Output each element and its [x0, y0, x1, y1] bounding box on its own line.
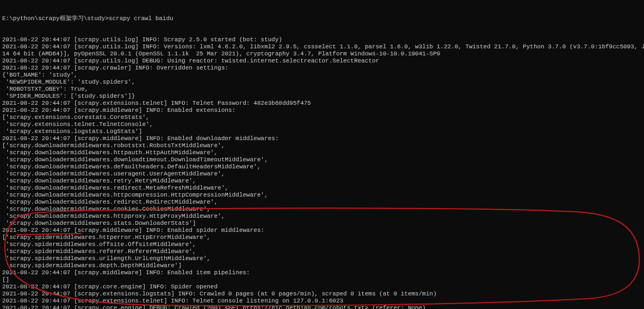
log-line: 'scrapy.spidermiddlewares.offsite.Offsit…	[2, 241, 642, 248]
log-line: 2021-08-22 20:44:07 [scrapy.middleware] …	[2, 269, 642, 276]
log-line: 'scrapy.downloadermiddlewares.downloadti…	[2, 156, 642, 163]
log-line: 14 64 bit (AMD64)], pyOpenSSL 20.0.1 (Op…	[2, 51, 642, 58]
log-line: 'SPIDER_MODULES': ['study.spiders']}	[2, 93, 642, 100]
log-line: 'scrapy.downloadermiddlewares.httpproxy.…	[2, 213, 642, 220]
log-line: 2021-08-22 20:44:07 [scrapy.extensions.t…	[2, 100, 642, 107]
log-line: 2021-08-22 20:44:07 [scrapy.utils.log] I…	[2, 36, 642, 43]
log-line: 'scrapy.downloadermiddlewares.stats.Down…	[2, 220, 642, 227]
log-line: 2021-08-22 20:44:07 [scrapy.utils.log] D…	[2, 58, 642, 65]
log-line: 'scrapy.spidermiddlewares.depth.DepthMid…	[2, 262, 642, 269]
log-line: 'scrapy.downloadermiddlewares.redirect.R…	[2, 199, 642, 206]
log-line: 'scrapy.extensions.logstats.LogStats']	[2, 128, 642, 135]
log-line: {'BOT_NAME': 'study',	[2, 72, 642, 79]
log-line: 2021-08-22 20:44:07 [scrapy.middleware] …	[2, 227, 642, 234]
log-line: 'scrapy.spidermiddlewares.urllength.UrlL…	[2, 255, 642, 262]
log-line: 'scrapy.downloadermiddlewares.useragent.…	[2, 171, 642, 178]
log-line: 2021-08-22 20:44:07 [scrapy.middleware] …	[2, 107, 642, 114]
log-line: ['scrapy.extensions.corestats.CoreStats'…	[2, 114, 642, 121]
log-line: 2021-08-22 20:44:07 [scrapy.extensions.l…	[2, 291, 642, 298]
log-line: 2021-08-22 20:44:07 [scrapy.crawler] INF…	[2, 65, 642, 72]
log-line: 2021-08-22 20:44:07 [scrapy.middleware] …	[2, 135, 642, 142]
log-line: 'scrapy.extensions.telnet.TelnetConsole'…	[2, 121, 642, 128]
log-line: 'scrapy.downloadermiddlewares.defaulthea…	[2, 163, 642, 171]
log-line: 2021-08-22 20:44:07 [scrapy.core.engine]…	[2, 305, 642, 309]
log-line: ['scrapy.spidermiddlewares.httperror.Htt…	[2, 234, 642, 241]
log-line: 'scrapy.downloadermiddlewares.cookies.Co…	[2, 206, 642, 213]
log-line: 'scrapy.downloadermiddlewares.retry.Retr…	[2, 178, 642, 185]
log-line: 'scrapy.spidermiddlewares.referer.Refere…	[2, 248, 642, 255]
command-prompt-line: E:\python\scrapy框架学习\study>scrapy crawl …	[2, 15, 642, 22]
terminal-output[interactable]: E:\python\scrapy框架学习\study>scrapy crawl …	[0, 0, 644, 309]
log-line: 'NEWSPIDER_MODULE': 'study.spiders',	[2, 79, 642, 86]
log-line: 'scrapy.downloadermiddlewares.redirect.M…	[2, 185, 642, 192]
log-line: 'scrapy.downloadermiddlewares.httpcompre…	[2, 192, 642, 199]
log-line: 2021-08-22 20:44:07 [scrapy.extensions.t…	[2, 298, 642, 305]
log-line: ['scrapy.downloadermiddlewares.robotstxt…	[2, 142, 642, 149]
log-line: []	[2, 276, 642, 283]
log-line: 2021-08-22 20:44:07 [scrapy.core.engine]…	[2, 283, 642, 291]
log-line: 2021-08-22 20:44:07 [scrapy.utils.log] I…	[2, 43, 642, 51]
log-line: 'scrapy.downloadermiddlewares.httpauth.H…	[2, 149, 642, 156]
log-line: 'ROBOTSTXT_OBEY': True,	[2, 86, 642, 93]
